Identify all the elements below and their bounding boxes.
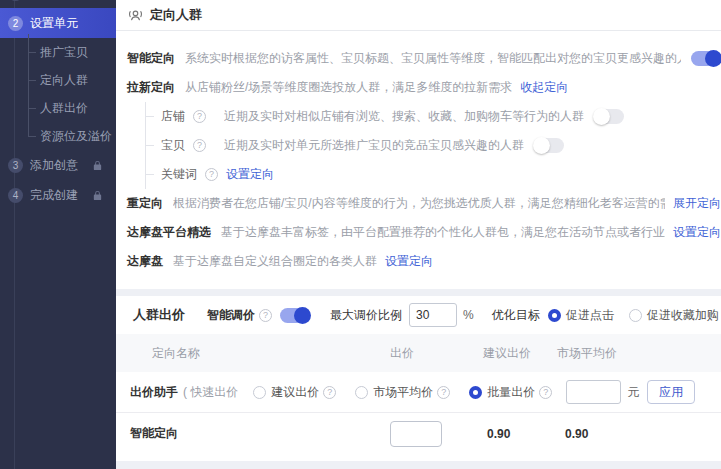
step-label: 设置单元: [30, 15, 78, 32]
max-ratio-group: 最大调价比例 %: [330, 303, 474, 327]
bid-table-header: 定向名称 出价 建议出价 市场平均价: [116, 334, 721, 372]
goal-option-click[interactable]: 促进点击: [548, 307, 614, 324]
suggest-price: 0.90: [483, 427, 510, 441]
smart-bid-input[interactable]: [390, 421, 442, 447]
audience-card-header: 定向人群: [116, 0, 721, 31]
percent-sign: %: [463, 308, 474, 322]
assistant-prefix: ( 快速出价: [183, 384, 238, 401]
goal-label: 优化目标: [492, 307, 540, 324]
step-number-badge: 4: [8, 188, 23, 203]
batch-bid-input[interactable]: [566, 380, 621, 404]
sidebar-item-audience[interactable]: 定向人群: [0, 66, 116, 94]
set-keyword-targeting-link[interactable]: 设置定向: [226, 166, 274, 183]
goal-option-collect[interactable]: 促进收藏加购: [629, 307, 719, 324]
col-header-suggest: 建议出价: [483, 345, 557, 362]
smart-targeting-toggle[interactable]: [691, 51, 721, 66]
goal-option-label: 促进点击: [566, 307, 614, 324]
row-label: 拉新定向: [127, 79, 175, 96]
row-retargeting: 重定向 根据消费者在您店铺/宝贝/内容等维度的行为，为您挑选优质人群，满足您精细…: [127, 189, 721, 218]
radio-icon[interactable]: [629, 309, 642, 322]
subnav-label: 推广宝贝: [40, 44, 88, 61]
sidebar-step-finish[interactable]: 4 完成创建: [0, 180, 116, 210]
step-label: 设置计划: [30, 0, 78, 2]
targeting-rows: 智能定向 系统实时根据您的访客属性、宝贝标题、宝贝属性等维度，智能匹配出对您的宝…: [116, 31, 721, 276]
collapse-targeting-link[interactable]: 收起定向: [520, 79, 568, 96]
card-title: 定向人群: [150, 6, 202, 24]
assistant-label: 出价助手: [130, 384, 178, 401]
set-dmp-platform-link[interactable]: 设置定向: [673, 224, 721, 241]
question-icon[interactable]: ?: [259, 309, 272, 322]
row-new-customer-targeting: 拉新定向 从店铺粉丝/场景等维度圈选投放人群，满足多维度的拉新需求 收起定向: [127, 73, 721, 102]
radio-selected-icon[interactable]: [548, 309, 561, 322]
question-icon[interactable]: ?: [323, 386, 336, 399]
question-icon[interactable]: ?: [193, 110, 206, 123]
row-desc: 系统实时根据您的访客属性、宝贝标题、宝贝属性等维度，智能匹配出对您的宝贝更感兴趣…: [185, 50, 681, 67]
goal-group: 优化目标 促进点击 促进收藏加购 促进成交: [492, 307, 721, 324]
currency-unit: 元: [627, 384, 639, 401]
sidebar-step-plan[interactable]: 1 设置计划: [0, 0, 116, 8]
sidebar-item-placement[interactable]: 资源位及溢价: [0, 122, 116, 150]
step-number-badge: 3: [8, 158, 23, 173]
row-keyword-targeting: 关键词 ? 设置定向: [146, 160, 721, 189]
row-desc: 根据消费者在您店铺/宝贝/内容等维度的行为，为您挑选优质人群，满足您精细化老客运…: [173, 195, 665, 212]
set-dmp-link[interactable]: 设置定向: [385, 253, 433, 270]
smart-price-label: 智能调价: [207, 307, 255, 324]
row-dmp: 达摩盘 基于达摩盘自定义组合圈定的各类人群 设置定向: [127, 247, 721, 276]
row-desc: 从店铺粉丝/场景等维度圈选投放人群，满足多维度的拉新需求: [185, 79, 512, 96]
sidebar-step-unit[interactable]: 2 设置单元: [0, 8, 116, 38]
radio-icon[interactable]: [355, 386, 368, 399]
bid-assistant-row: 出价助手 ( 快速出价 建议出价 ? 市场平均价 ? 批量出价 ? 元 应用: [116, 372, 721, 413]
subnav-label: 资源位及溢价: [40, 128, 112, 145]
question-icon[interactable]: ?: [205, 168, 218, 181]
row-desc: 基于达摩盘自定义组合圈定的各类人群: [173, 253, 377, 270]
col-header-name: 定向名称: [152, 345, 390, 362]
sidebar-item-promote-item[interactable]: 推广宝贝: [0, 38, 116, 66]
max-ratio-input[interactable]: [409, 303, 457, 327]
step-number-badge: 2: [8, 16, 23, 31]
sidebar-step-creative[interactable]: 3 添加创意: [0, 150, 116, 180]
row-shop-targeting: 店铺 ? 近期及实时对相似店铺有浏览、搜索、收藏、加购物车等行为的人群: [146, 102, 721, 131]
new-customer-sub-rows: 店铺 ? 近期及实时对相似店铺有浏览、搜索、收藏、加购物车等行为的人群 宝贝 ?…: [145, 102, 721, 189]
radio-icon[interactable]: [253, 386, 266, 399]
assistant-option-market[interactable]: 市场平均价 ?: [355, 384, 454, 401]
lock-icon: [92, 190, 103, 201]
row-label: 达摩盘平台精选: [127, 224, 211, 241]
row-desc: 近期及实时对相似店铺有浏览、搜索、收藏、加购物车等行为的人群: [224, 108, 584, 125]
audience-icon: [127, 7, 144, 24]
assistant-option-label: 建议出价: [271, 384, 319, 401]
row-label: 重定向: [127, 195, 163, 212]
radio-selected-icon[interactable]: [469, 386, 482, 399]
expand-retargeting-link[interactable]: 展开定向: [673, 195, 721, 212]
market-cell: 0.90: [557, 427, 721, 441]
crowd-bid-card: 人群出价 智能调价 ? 最大调价比例 % 优化目标 促进点击 促进收藏: [116, 296, 721, 461]
shop-targeting-toggle[interactable]: [594, 109, 624, 124]
assistant-option-label: 批量出价: [487, 384, 535, 401]
assistant-option-batch[interactable]: 批量出价 ?: [469, 384, 556, 401]
row-desc: 近期及实时对单元所选推广宝贝的竞品宝贝感兴趣的人群: [224, 137, 524, 154]
targeting-name: 智能定向: [130, 425, 390, 442]
apply-button[interactable]: 应用: [647, 380, 695, 404]
subnav-label: 人群出价: [40, 100, 88, 117]
bid-card-header: 人群出价 智能调价 ? 最大调价比例 % 优化目标 促进点击 促进收藏: [116, 296, 721, 334]
row-smart-targeting: 智能定向 系统实时根据您的访客属性、宝贝标题、宝贝属性等维度，智能匹配出对您的宝…: [127, 44, 721, 73]
row-label: 达摩盘: [127, 253, 163, 270]
main-content: 定向人群 智能定向 系统实时根据您的访客属性、宝贝标题、宝贝属性等维度，智能匹配…: [116, 0, 721, 469]
assistant-option-label: 市场平均价: [373, 384, 433, 401]
step-label: 添加创意: [30, 157, 78, 174]
audience-targeting-card: 定向人群 智能定向 系统实时根据您的访客属性、宝贝标题、宝贝属性等维度，智能匹配…: [116, 0, 721, 289]
question-icon[interactable]: ?: [193, 139, 206, 152]
row-label: 宝贝: [161, 137, 185, 154]
market-price: 0.90: [557, 427, 588, 441]
sidebar-item-crowd-bid[interactable]: 人群出价: [0, 94, 116, 122]
assistant-option-suggest[interactable]: 建议出价 ?: [253, 384, 340, 401]
wizard-sidebar: 1 设置计划 2 设置单元 推广宝贝 定向人群 人群出价 资源位及溢价 3 添加…: [0, 0, 116, 469]
question-icon[interactable]: ?: [437, 386, 450, 399]
item-targeting-toggle[interactable]: [534, 138, 564, 153]
subnav-label: 定向人群: [40, 72, 88, 89]
max-ratio-label: 最大调价比例: [330, 307, 402, 324]
smart-price-toggle[interactable]: [280, 308, 310, 323]
step-label: 完成创建: [30, 187, 78, 204]
bid-cell: [390, 421, 483, 447]
question-icon[interactable]: ?: [539, 386, 552, 399]
step-number-badge: 1: [8, 0, 23, 1]
